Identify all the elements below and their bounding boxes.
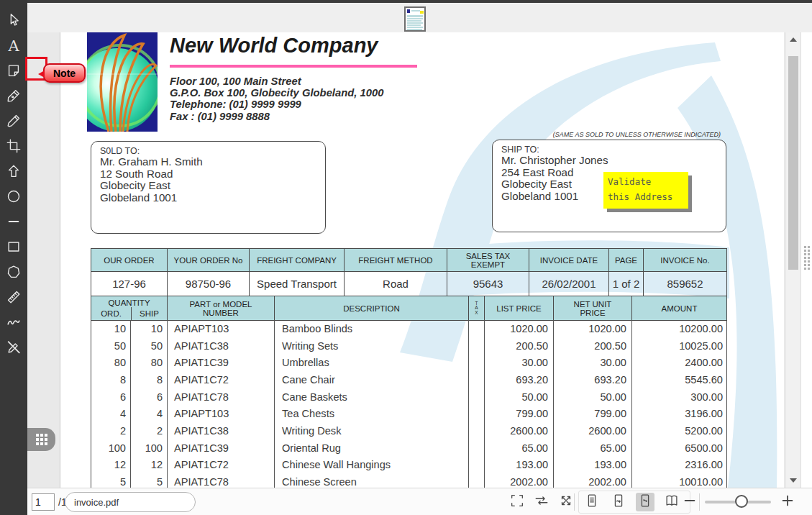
ellipse-icon <box>6 188 22 207</box>
grid-icon <box>36 434 47 445</box>
order-info-value: 95643 <box>447 272 529 296</box>
continuous-scroll-view-button[interactable] <box>609 493 628 511</box>
ellipse-tool-button[interactable] <box>0 185 27 210</box>
continuous-scroll-view-icon <box>611 493 626 511</box>
table-row: 22APIAT1C38Writing Desk2600.002600.00520… <box>91 422 726 439</box>
freehand-tool-button[interactable] <box>0 311 27 336</box>
select-tool-button[interactable] <box>0 9 27 34</box>
order-info-value: 859652 <box>644 272 726 296</box>
order-info-header: YOUR ORDER No <box>168 249 250 271</box>
company-name: New World Company <box>170 34 378 58</box>
splitter-grip[interactable] <box>804 246 810 270</box>
amount-header: AMOUNT <box>632 296 726 320</box>
crop-icon <box>6 138 22 157</box>
table-row: 100100APIAT1C39Oriental Rug65.0065.00650… <box>91 439 726 457</box>
select-cursor-icon <box>6 12 22 31</box>
arrow-tool-button[interactable] <box>0 160 27 185</box>
pdf-editor-window: { "chrome": { "tool_palette_icons": ["se… <box>0 0 812 515</box>
order-info-header: SALES TAX EXEMPT <box>447 249 529 271</box>
page-thumbnail[interactable] <box>404 6 426 32</box>
table-row: 55APIAT1C78Chinese Screen2002.002002.001… <box>91 473 726 488</box>
ruler-tool-button[interactable] <box>0 286 27 311</box>
sold-to-line: Mr. Graham H. Smith <box>100 156 316 168</box>
rectangle-tool-button[interactable] <box>0 235 27 260</box>
rectangle-icon <box>6 239 22 258</box>
table-row: 88APIAT1C72Cane Chair693.20693.205545.60 <box>91 371 726 388</box>
zoom-in-button[interactable] <box>778 493 797 511</box>
expand-arrows-icon <box>558 493 574 511</box>
page-number-input[interactable] <box>32 493 55 511</box>
quantity-header-group: QUANTITY ORD. SHIP <box>91 296 168 320</box>
single-page-view-button[interactable] <box>583 493 601 511</box>
address-line: Telephone: (01) 9999 9999 <box>170 99 383 110</box>
thumbnail-sticky-note <box>420 11 424 14</box>
two-page-book-icon <box>664 493 680 511</box>
net-unit-price-header: NET UNIT PRICE <box>554 296 632 320</box>
fit-screen-button[interactable] <box>508 493 526 511</box>
address-line: G.P.O. Box 100, Globecity Globeland, 100… <box>170 87 383 99</box>
fit-screen-icon <box>509 493 525 511</box>
note-tool-button[interactable] <box>0 59 27 84</box>
line-icon <box>6 214 22 232</box>
sold-to-box: S0LD TO: Mr. Graham H. Smith 12 South Ro… <box>91 141 326 234</box>
company-address: Floor 100, 100 Main Street G.P.O. Box 10… <box>170 76 383 122</box>
table-row: 66APIAT1C78Cane Baskets50.0050.00300.00 <box>91 388 726 406</box>
fit-width-button[interactable] <box>532 493 551 511</box>
highlighter-tool-button[interactable] <box>0 109 27 135</box>
sold-to-line: 12 South Road <box>100 168 316 181</box>
company-logo <box>87 32 158 132</box>
polygon-tool-button[interactable] <box>0 260 27 286</box>
qty-ship-header: SHIP <box>131 307 167 320</box>
sold-to-line: Globecity East <box>100 180 316 192</box>
filename-input[interactable] <box>65 492 196 512</box>
table-row: 44APIAPT103Tea Chests799.00799.003196.00 <box>91 405 726 422</box>
plus-icon <box>780 493 795 511</box>
list-price-header: LIST PRICE <box>485 296 554 320</box>
hide-annotations-button[interactable] <box>0 336 27 361</box>
thumbnail-panel-toggle[interactable] <box>27 428 55 451</box>
vertical-scrollbar[interactable] <box>786 32 800 488</box>
highlighter-icon <box>6 113 22 132</box>
thumbnail-logo <box>407 9 410 13</box>
table-row: 8080APIAT1C39Umbrellas30.0030.002400.00 <box>91 354 726 371</box>
page-by-page-view-button[interactable] <box>636 493 654 511</box>
text-tool-button[interactable]: A <box>0 34 27 59</box>
arrow-up-icon <box>6 163 22 182</box>
note-callout-label: Note <box>53 68 76 79</box>
divider <box>699 493 700 511</box>
order-info-value: Speed Transport <box>250 272 345 296</box>
pdf-page: New World Company Floor 100, 100 Main St… <box>60 32 784 488</box>
polygon-icon <box>6 264 22 283</box>
tax-header: T A X <box>469 296 485 320</box>
triangle-down-icon <box>790 478 797 483</box>
minus-icon <box>682 493 698 511</box>
scroll-down-button[interactable] <box>786 475 800 486</box>
scrollbar-thumb[interactable] <box>788 56 798 270</box>
qty-ord-header: ORD. <box>91 307 131 320</box>
zoom-out-button[interactable] <box>680 493 699 511</box>
ruler-icon <box>6 289 22 308</box>
table-row: 1010APIAPT103Bamboo Blinds1020.001020.00… <box>91 320 726 337</box>
crop-tool-button[interactable] <box>0 135 27 160</box>
order-info-header: OUR ORDER <box>91 249 168 271</box>
side-panel-splitter[interactable] <box>800 32 812 488</box>
description-header: DESCRIPTION <box>275 296 469 320</box>
sold-to-line: Globeland 1001 <box>100 192 316 204</box>
scroll-up-button[interactable] <box>786 34 800 45</box>
ship-to-line: Mr. Christopher Jones <box>501 155 717 167</box>
ink-pen-tool-button[interactable] <box>0 84 27 109</box>
title-underline <box>170 65 417 68</box>
ink-pen-icon <box>6 88 22 106</box>
two-page-view-button[interactable] <box>662 493 681 511</box>
ship-to-label: SHIP TO: <box>501 145 717 155</box>
freehand-squiggle-icon <box>6 314 22 333</box>
page-by-page-view-icon <box>637 493 653 511</box>
sticky-note-annotation[interactable]: Validate this Address <box>603 172 688 209</box>
order-info-header: FREIGHT METHOD <box>345 249 447 271</box>
note-icon <box>6 63 22 81</box>
fit-page-button[interactable] <box>557 493 575 511</box>
zoom-slider-knob[interactable] <box>735 495 748 508</box>
line-tool-button[interactable] <box>0 210 27 235</box>
order-info-header: INVOICE DATE <box>529 249 609 271</box>
order-info-header: PAGE <box>609 249 644 271</box>
